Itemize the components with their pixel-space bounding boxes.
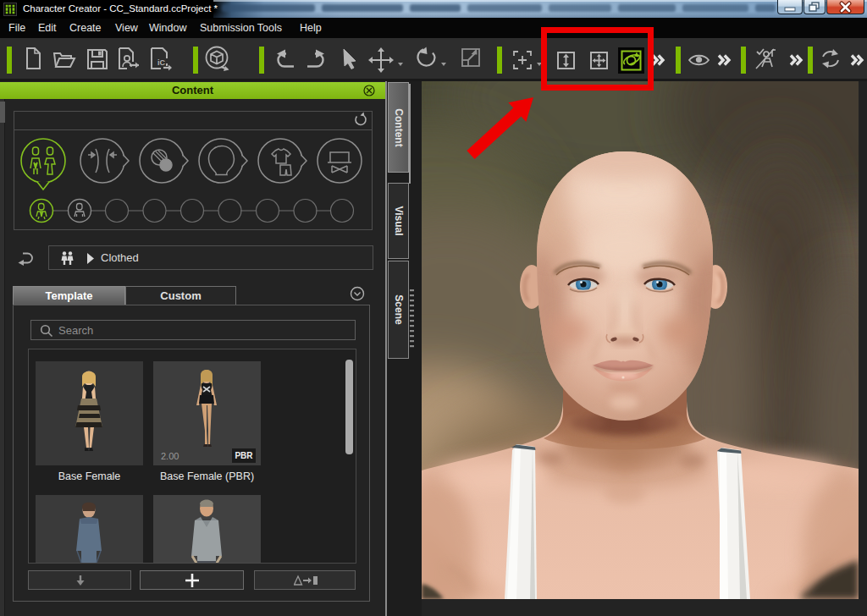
svg-text:iC: iC (157, 58, 166, 67)
